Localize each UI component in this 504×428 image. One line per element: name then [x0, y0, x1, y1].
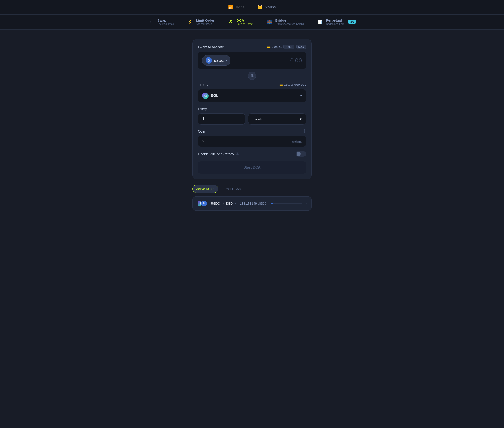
wallet-icon: 💳 — [267, 45, 271, 49]
allocate-label: I want to allocate — [198, 45, 224, 49]
dca-icon: ⏱ — [227, 19, 234, 25]
trade-icon: 📶 — [228, 5, 233, 10]
swap-subtitle: The Best Price — [157, 23, 174, 25]
progress-bar-fill — [271, 203, 273, 204]
limit-order-subtitle: Set Your Price — [196, 23, 215, 25]
arrow-right-text: → — [222, 202, 225, 205]
pricing-strategy-row: Enable Pricing Strategy ⓘ — [198, 151, 306, 157]
balance-amount-text: 0 USDC — [272, 45, 282, 49]
external-link-icon[interactable]: ↗ — [234, 202, 236, 205]
period-chevron-icon: ▾ — [300, 117, 302, 121]
every-section: Every minute ▾ — [198, 107, 306, 124]
every-label: Every — [198, 107, 306, 111]
to-token-pair-icon: D — [201, 200, 207, 207]
limit-order-icon: ⚡ — [187, 19, 193, 25]
every-number-input[interactable] — [198, 114, 245, 124]
start-dca-button[interactable]: Start DCA — [198, 161, 306, 174]
over-info-icon[interactable]: ⓘ — [303, 129, 306, 133]
dca-form-card: I want to allocate 💳 0 USDC HALF MAX $ U… — [192, 39, 312, 179]
max-button[interactable]: MAX — [296, 45, 306, 49]
past-dcas-tab[interactable]: Past DCAs — [221, 185, 244, 193]
orders-input-row: 2 orders — [198, 136, 306, 147]
dca-title: DCA — [237, 18, 253, 22]
sub-nav: ↔ Swap The Best Price ⚡ Limit Order Set … — [0, 15, 504, 30]
swap-icon: ↔ — [148, 19, 155, 25]
to-token-chevron-icon: ▾ — [300, 94, 302, 97]
nav-tab-trade-label: Trade — [235, 5, 244, 9]
dca-pair-name: USDC → DED ↗ — [211, 202, 236, 205]
from-token-input-row: $ USDC ▾ 0.00 — [198, 52, 306, 69]
bridge-subtitle: Transfer assets to Solana — [275, 23, 304, 25]
token-pair-icons: $ D — [197, 200, 207, 207]
wallet-sol-icon: 💳 — [279, 83, 283, 86]
station-icon: 🐱 — [257, 5, 263, 10]
perpetual-icon: 📊 — [317, 19, 323, 25]
orders-number: 2 — [202, 139, 204, 143]
every-inputs: minute ▾ — [198, 114, 306, 124]
chevron-down-icon: ▾ — [226, 59, 227, 62]
from-amount: 0.00 — [290, 57, 302, 64]
list-item-arrow-icon: › — [306, 202, 307, 205]
from-token-selector[interactable]: $ USDC ▾ — [202, 55, 231, 66]
half-button[interactable]: HALF — [283, 45, 294, 49]
subnav-dca[interactable]: ⏱ DCA Set and Forget — [221, 15, 260, 29]
swap-title: Swap — [157, 18, 174, 22]
pricing-strategy-label: Enable Pricing Strategy — [198, 152, 234, 156]
dca-amount: 183.153149 USDC — [240, 202, 267, 205]
dca-tabs: Active DCAs Past DCAs — [192, 185, 312, 193]
swap-center: ⇅ — [198, 72, 306, 80]
sol-balance-text: 0.197967939 SOL — [284, 83, 306, 86]
sol-balance: 💳 0.197967939 SOL — [279, 83, 306, 86]
to-buy-label: To buy — [198, 83, 208, 87]
dca-list-item[interactable]: $ D USDC → DED ↗ 183.153149 USDC › — [192, 197, 312, 211]
period-select[interactable]: minute ▾ — [248, 114, 306, 124]
usdc-icon: $ — [206, 57, 212, 64]
allocate-header: I want to allocate 💳 0 USDC HALF MAX — [198, 45, 306, 49]
to-token-selector[interactable]: ◎ SOL ▾ — [198, 89, 306, 102]
progress-bar-container — [271, 203, 302, 204]
swap-direction-button[interactable]: ⇅ — [248, 72, 256, 80]
nav-tab-station[interactable]: 🐱 Station — [251, 0, 282, 15]
dca-tabs-section: Active DCAs Past DCAs $ D USDC → DED ↗ 1… — [192, 185, 312, 211]
subnav-swap[interactable]: ↔ Swap The Best Price — [142, 15, 180, 29]
nav-tab-station-label: Station — [264, 5, 276, 9]
over-section: Over ⓘ 2 orders — [198, 129, 306, 147]
balance-info: 💳 0 USDC HALF MAX — [267, 45, 306, 49]
bridge-icon: 🌉 — [266, 19, 273, 25]
pricing-strategy-toggle[interactable] — [296, 151, 306, 157]
to-buy-header: To buy 💳 0.197967939 SOL — [198, 83, 306, 87]
dca-subtitle: Set and Forget — [237, 23, 253, 25]
main-content: I want to allocate 💳 0 USDC HALF MAX $ U… — [0, 30, 504, 220]
orders-label: orders — [292, 140, 302, 143]
perpetual-subtitle: Degen and Earn — [326, 23, 344, 25]
pricing-info-icon[interactable]: ⓘ — [236, 152, 239, 156]
period-selected-label: minute — [252, 117, 263, 121]
from-token-text: USDC — [211, 202, 220, 205]
top-nav: 📶 Trade 🐱 Station — [0, 0, 504, 15]
perpetual-title: Perpetual — [326, 18, 344, 22]
beta-badge: Beta — [348, 20, 356, 24]
to-token-text: DED — [226, 202, 233, 205]
limit-order-title: Limit Order — [196, 18, 215, 22]
subnav-limit-order[interactable]: ⚡ Limit Order Set Your Price — [180, 15, 221, 29]
subnav-bridge[interactable]: 🌉 Bridge Transfer assets to Solana — [260, 15, 311, 29]
active-dcas-tab[interactable]: Active DCAs — [192, 185, 218, 193]
nav-tab-trade[interactable]: 📶 Trade — [222, 0, 251, 15]
subnav-perpetual[interactable]: 📊 Perpetual Degen and Earn Beta — [310, 15, 362, 29]
bridge-title: Bridge — [275, 18, 304, 22]
from-token-name: USDC — [214, 58, 224, 63]
to-token-name: SOL — [211, 94, 218, 98]
over-label: Over — [198, 129, 206, 133]
sol-icon: ◎ — [202, 93, 209, 99]
toggle-knob — [297, 152, 301, 156]
